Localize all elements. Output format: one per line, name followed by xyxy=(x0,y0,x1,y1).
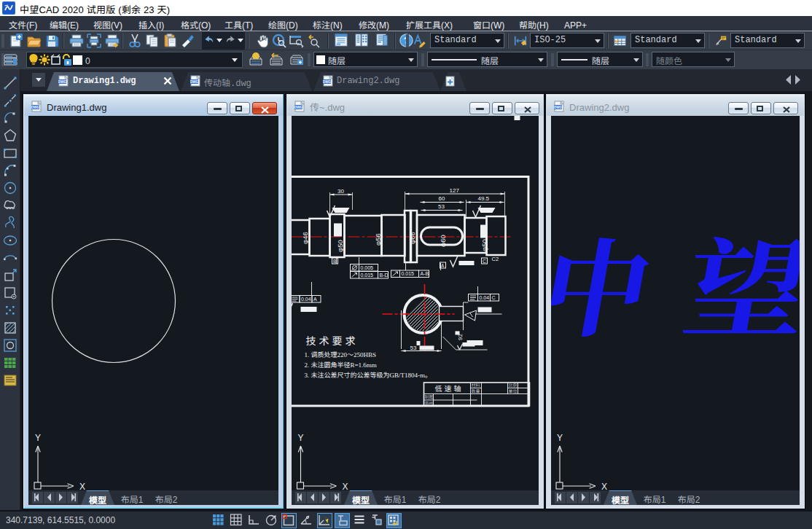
svg-text:X: X xyxy=(601,482,607,490)
svg-text:49.5: 49.5 xyxy=(478,195,490,202)
svg-text:DWG: DWG xyxy=(190,80,199,84)
svg-text:2. 未注圆角半径R=1.6mm: 2. 未注圆角半径R=1.6mm xyxy=(305,360,377,369)
svg-text:技术要求: 技术要求 xyxy=(306,333,359,348)
svg-text:数量: 数量 xyxy=(472,388,480,394)
svg-text:127: 127 xyxy=(450,187,460,194)
svg-text:DWG: DWG xyxy=(58,80,67,84)
svg-text:Y: Y xyxy=(35,433,41,443)
svg-text:DWG: DWG xyxy=(294,106,303,109)
svg-text:φ46: φ46 xyxy=(301,232,309,244)
svg-text:A: A xyxy=(313,297,317,302)
svg-text:0.04: 0.04 xyxy=(301,297,311,302)
svg-text:X: X xyxy=(79,482,85,490)
svg-text:DWG: DWG xyxy=(323,80,332,84)
svg-text:X: X xyxy=(343,482,348,490)
svg-text:B-D: B-D xyxy=(380,273,389,278)
svg-text:制图: 制图 xyxy=(425,393,434,400)
svg-text:0.04: 0.04 xyxy=(480,295,490,300)
svg-text:1. 调质处理220～250HBS: 1. 调质处理220～250HBS xyxy=(305,350,377,359)
svg-text:0.015: 0.015 xyxy=(361,273,374,278)
svg-text:3. 未注公差尺寸的公差等级为GB/T1804-m。: 3. 未注公差尺寸的公差等级为GB/T1804-m。 xyxy=(305,370,432,380)
svg-text:Y: Y xyxy=(557,433,563,443)
svg-text:A: A xyxy=(441,263,445,268)
svg-text:DWG: DWG xyxy=(31,106,40,109)
svg-text:φ50: φ50 xyxy=(480,239,488,251)
svg-text:0.015: 0.015 xyxy=(402,271,415,276)
svg-text:C: C xyxy=(483,259,486,264)
svg-text:A-B: A-B xyxy=(421,271,429,276)
svg-text:0.005: 0.005 xyxy=(361,265,374,270)
svg-text:单位: 单位 xyxy=(509,388,518,394)
svg-text:低速轴: 低速轴 xyxy=(435,383,464,393)
svg-text:DWG: DWG xyxy=(554,106,563,109)
svg-text:φ50: φ50 xyxy=(336,240,344,252)
svg-text:C2: C2 xyxy=(492,256,499,262)
svg-text:C: C xyxy=(492,295,496,300)
svg-text:φ60: φ60 xyxy=(439,235,447,247)
svg-text:53: 53 xyxy=(438,203,445,210)
svg-text:φ66: φ66 xyxy=(408,232,416,244)
svg-text:60: 60 xyxy=(439,195,445,202)
svg-text:92: 92 xyxy=(457,334,464,340)
svg-text:30: 30 xyxy=(337,188,344,195)
svg-text:Y: Y xyxy=(298,433,304,443)
svg-text:53: 53 xyxy=(410,345,417,351)
svg-text:B: B xyxy=(333,259,336,264)
svg-text:φ56: φ56 xyxy=(374,233,382,246)
